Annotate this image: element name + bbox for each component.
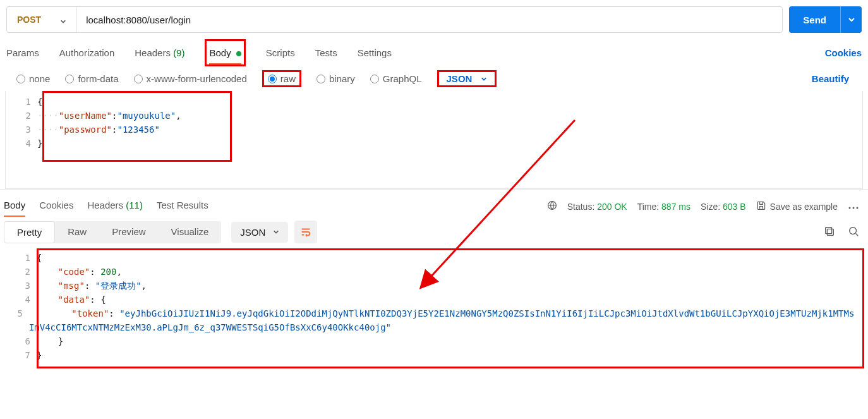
tab-headers-label: Headers [135, 47, 171, 58]
body-type-form-label: form-data [78, 73, 118, 84]
body-type-binary-label: binary [329, 73, 355, 84]
url-input[interactable] [77, 7, 782, 32]
gutter-line: 1 [5, 251, 37, 265]
response-body-viewer[interactable]: 1 { 2 "code": 200, 3 "msg": "登录成功", 4 "d… [0, 247, 868, 370]
cookies-link[interactable]: Cookies [825, 47, 862, 58]
method-select[interactable]: POST [7, 7, 77, 32]
tab-auth[interactable]: Authorization [59, 41, 115, 64]
radio-icon [316, 75, 325, 83]
body-type-urlenc-label: x-www-form-urlencoded [147, 73, 247, 84]
code-text: ····"password":"123456" [37, 123, 160, 137]
save-as-example-button[interactable]: Save as example [756, 200, 838, 212]
code-text: { [37, 251, 48, 265]
gutter-line: 5 [5, 307, 29, 334]
body-highlight-box: Body [205, 39, 245, 66]
radio-icon-selected [268, 75, 277, 83]
status-block: Status: 200 OK [567, 202, 627, 212]
chevron-down-icon [60, 16, 66, 23]
response-tab-tests[interactable]: Test Results [157, 196, 208, 217]
code-text: } [37, 348, 48, 362]
gutter-line: 4 [6, 137, 37, 150]
tab-headers[interactable]: Headers (9) [135, 41, 184, 64]
save-as-example-label: Save as example [770, 202, 838, 212]
gutter-line: 3 [5, 279, 37, 293]
request-body-editor[interactable]: 1 { 2 ····"userName":"muyoukule", 3 ····… [5, 91, 863, 189]
response-tab-cookies[interactable]: Cookies [39, 196, 73, 217]
svg-rect-5 [826, 227, 832, 233]
svg-point-1 [849, 207, 851, 209]
content-type-label: JSON [447, 73, 473, 84]
response-headers-count: (11) [126, 200, 143, 210]
code-text: } [37, 137, 42, 150]
tab-body[interactable]: Body [209, 41, 241, 64]
svg-point-2 [853, 207, 855, 209]
svg-line-7 [856, 233, 859, 236]
tab-params[interactable]: Params [6, 41, 39, 64]
gutter-line: 2 [5, 265, 37, 279]
code-text: ····"userName":"muyoukule", [37, 109, 181, 123]
response-tab-body[interactable]: Body [4, 196, 25, 217]
search-icon[interactable] [848, 226, 859, 239]
code-text: "msg": "登录成功", [37, 279, 153, 293]
code-text: "data": { [37, 293, 112, 307]
more-icon[interactable] [848, 202, 859, 212]
tab-scripts[interactable]: Scripts [266, 41, 295, 64]
content-type-select[interactable]: JSON [437, 70, 497, 87]
gutter-line: 6 [5, 334, 37, 348]
radio-icon [65, 75, 74, 83]
time-block: Time: 887 ms [637, 202, 690, 212]
svg-point-3 [857, 207, 859, 209]
response-format-label: JSON [240, 227, 265, 238]
gutter-line: 1 [6, 95, 37, 109]
response-tab-headers[interactable]: Headers (11) [87, 196, 143, 217]
response-format-select[interactable]: JSON [231, 222, 288, 243]
globe-icon[interactable] [547, 200, 557, 212]
send-dropdown[interactable] [840, 6, 862, 33]
gutter-line: 7 [5, 348, 37, 362]
tab-settings[interactable]: Settings [358, 41, 392, 64]
view-tab-raw[interactable]: Raw [55, 221, 99, 243]
body-type-raw[interactable]: raw [268, 73, 296, 84]
code-text: "token": "eyJhbGciOiJIUzI1NiJ9.eyJqdGkiO… [29, 307, 863, 334]
tab-tests[interactable]: Tests [315, 41, 337, 64]
body-type-urlencoded[interactable]: x-www-form-urlencoded [134, 73, 247, 84]
gutter-line: 2 [6, 109, 37, 123]
body-type-none-label: none [29, 73, 50, 84]
chevron-down-icon [273, 229, 279, 235]
raw-highlight-box: raw [262, 70, 301, 87]
body-type-raw-label: raw [280, 73, 296, 84]
gutter-line: 4 [5, 293, 37, 307]
headers-count: (9) [173, 47, 184, 58]
radio-icon [370, 75, 379, 83]
method-label: POST [17, 15, 41, 25]
size-block: Size: 603 B [701, 202, 746, 212]
send-button[interactable]: Send [789, 6, 840, 33]
chevron-down-icon [481, 76, 487, 82]
wrap-lines-button[interactable] [294, 221, 317, 243]
save-icon [756, 200, 766, 212]
copy-icon[interactable] [824, 226, 835, 239]
tab-body-label: Body [209, 47, 231, 58]
svg-rect-4 [827, 229, 833, 235]
svg-point-6 [850, 227, 857, 234]
view-tab-visualize[interactable]: Visualize [159, 221, 222, 243]
radio-icon [134, 75, 143, 83]
gutter-line: 3 [6, 123, 37, 137]
code-text: { [37, 95, 42, 109]
response-headers-label: Headers [87, 200, 123, 210]
body-type-graphql-label: GraphQL [383, 73, 422, 84]
code-text: } [37, 334, 69, 348]
body-type-binary[interactable]: binary [316, 73, 355, 84]
radio-icon [16, 75, 25, 83]
body-type-form-data[interactable]: form-data [65, 73, 118, 84]
code-text: "code": 200, [37, 265, 128, 279]
beautify-link[interactable]: Beautify [812, 73, 862, 84]
body-indicator-dot [236, 51, 241, 56]
body-type-none[interactable]: none [16, 73, 50, 84]
view-tab-pretty[interactable]: Pretty [4, 221, 55, 243]
view-tab-preview[interactable]: Preview [99, 221, 158, 243]
body-type-graphql[interactable]: GraphQL [370, 73, 422, 84]
